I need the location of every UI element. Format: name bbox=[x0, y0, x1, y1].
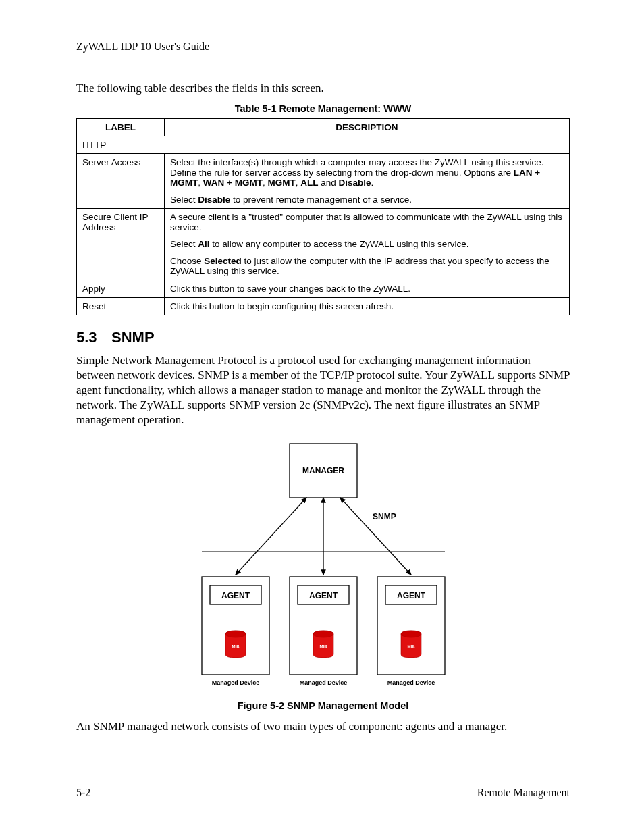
row-label: Reset bbox=[77, 298, 165, 315]
page-number: 5-2 bbox=[76, 787, 90, 799]
snmp-diagram: MANAGER SNMP AGENT MIB Managed Device bbox=[195, 438, 452, 695]
managed-device-label-2: Managed Device bbox=[299, 679, 347, 686]
th-label: LABEL bbox=[77, 119, 165, 136]
table-row: Reset Click this button to begin configu… bbox=[77, 298, 570, 315]
agent-group-1: AGENT MIB Managed Device bbox=[202, 577, 269, 686]
section-heading: 5.3SNMP bbox=[76, 329, 570, 346]
svg-point-12 bbox=[313, 631, 333, 637]
page-header-title: ZyWALL IDP 10 User's Guide bbox=[76, 41, 570, 53]
section-number: 5.3 bbox=[76, 329, 111, 346]
figure-caption: Figure 5-2 SNMP Management Model bbox=[76, 700, 570, 711]
footer-section-name: Remote Management bbox=[477, 787, 570, 799]
snmp-label: SNMP bbox=[373, 512, 396, 521]
table-row: Secure Client IP Address A secure client… bbox=[77, 209, 570, 280]
intro-paragraph: The following table describes the fields… bbox=[76, 82, 570, 95]
svg-point-9 bbox=[225, 631, 246, 637]
table-subheader-cell: HTTP bbox=[77, 136, 570, 154]
row-desc: Select the interface(s) through which a … bbox=[165, 154, 570, 209]
agent-label-2: AGENT bbox=[309, 591, 338, 600]
svg-line-3 bbox=[236, 498, 306, 575]
table-caption: Table 5-1 Remote Management: WWW bbox=[76, 103, 570, 114]
agent-group-3: AGENT MIB Managed Device bbox=[377, 577, 445, 686]
table-row: Apply Click this button to save your cha… bbox=[77, 280, 570, 298]
row-desc: A secure client is a "trusted" computer … bbox=[165, 209, 570, 280]
remote-management-table: LABEL DESCRIPTION HTTP Server Access Sel… bbox=[76, 118, 570, 315]
mib-label-1: MIB bbox=[232, 644, 240, 648]
th-description: DESCRIPTION bbox=[165, 119, 570, 136]
page-footer: 5-2 Remote Management bbox=[76, 781, 570, 799]
mib-label-2: MIB bbox=[319, 644, 327, 648]
figure-snmp-model: MANAGER SNMP AGENT MIB Managed Device bbox=[76, 438, 570, 711]
row-label: Apply bbox=[77, 280, 165, 298]
agent-label-3: AGENT bbox=[397, 591, 426, 600]
managed-device-label-1: Managed Device bbox=[211, 679, 259, 686]
mib-label-3: MIB bbox=[407, 644, 415, 648]
section-paragraph-2: An SNMP managed network consists of two … bbox=[76, 719, 570, 734]
agent-group-2: AGENT MIB Managed Device bbox=[290, 577, 357, 686]
row-label: Secure Client IP Address bbox=[77, 209, 165, 280]
section-paragraph-1: Simple Network Management Protocol is a … bbox=[76, 353, 570, 427]
table-header-row: LABEL DESCRIPTION bbox=[77, 119, 570, 136]
footer-rule bbox=[76, 781, 570, 781]
manager-label: MANAGER bbox=[302, 466, 344, 475]
row-desc: Click this button to save your changes b… bbox=[165, 280, 570, 298]
table-subheader-row: HTTP bbox=[77, 136, 570, 154]
svg-line-5 bbox=[340, 498, 411, 575]
table-row: Server Access Select the interface(s) th… bbox=[77, 154, 570, 209]
agent-label-1: AGENT bbox=[221, 591, 250, 600]
svg-point-15 bbox=[401, 631, 421, 637]
row-desc: Click this button to begin configuring t… bbox=[165, 298, 570, 315]
managed-device-label-3: Managed Device bbox=[387, 679, 435, 686]
header-rule bbox=[76, 57, 570, 57]
section-title: SNMP bbox=[111, 329, 155, 346]
row-label: Server Access bbox=[77, 154, 165, 209]
